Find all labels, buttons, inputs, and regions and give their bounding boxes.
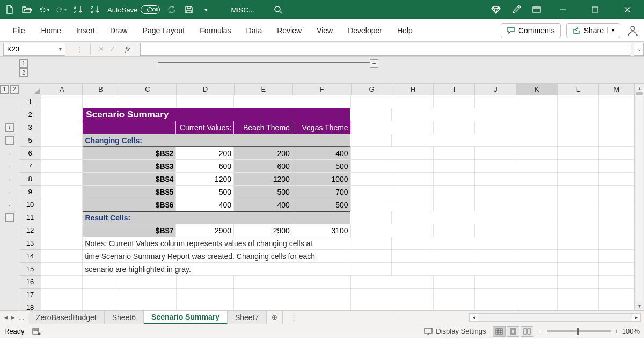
cell[interactable]: 400 <box>176 198 234 211</box>
pen-icon[interactable] <box>511 4 522 15</box>
open-icon[interactable] <box>21 4 32 15</box>
changing-cells-header[interactable]: Changing Cells: <box>83 134 350 147</box>
cell[interactable] <box>392 250 433 263</box>
formula-more-icon[interactable]: ⋮ <box>76 46 83 53</box>
cell[interactable]: 500 <box>292 160 351 173</box>
cell[interactable]: 1200 <box>176 173 234 186</box>
cell[interactable] <box>119 289 177 301</box>
column-header-B[interactable]: B <box>83 84 119 95</box>
column-header-G[interactable]: G <box>352 84 393 95</box>
cell[interactable] <box>392 121 434 134</box>
cell[interactable] <box>41 108 83 121</box>
cell[interactable] <box>599 173 634 186</box>
cell[interactable] <box>475 198 516 211</box>
cell[interactable]: 500 <box>292 198 351 211</box>
cell[interactable] <box>475 121 516 134</box>
document-title[interactable]: MISC... <box>228 5 257 15</box>
cell[interactable] <box>558 147 599 160</box>
cell[interactable] <box>433 134 474 147</box>
notes-line[interactable]: time Scenario Summary Report was created… <box>83 250 350 263</box>
cell[interactable] <box>516 95 558 108</box>
cell[interactable]: 500 <box>234 186 292 198</box>
cell[interactable] <box>558 121 599 134</box>
cell[interactable] <box>41 186 83 198</box>
cell[interactable] <box>434 224 475 237</box>
scroll-left-icon[interactable]: ◂ <box>470 314 478 320</box>
row-header-12[interactable]: 12 <box>19 224 41 237</box>
cell[interactable] <box>351 147 392 160</box>
cell[interactable] <box>599 186 634 198</box>
share-button[interactable]: Share ▾ <box>566 23 620 38</box>
cell[interactable] <box>234 289 292 301</box>
cell[interactable] <box>558 289 599 301</box>
name-box-caret-icon[interactable]: ▾ <box>59 46 62 52</box>
scenario-title[interactable]: Scenario Summary <box>83 108 350 121</box>
cell[interactable] <box>392 95 434 108</box>
cell[interactable] <box>83 95 119 108</box>
column-header-J[interactable]: J <box>475 84 516 95</box>
cell[interactable] <box>599 95 634 108</box>
sheet-nav-prev-icon[interactable]: ◂ <box>4 313 8 321</box>
hscroll-grip-icon[interactable]: ⋮ <box>286 313 302 321</box>
cell[interactable] <box>433 108 474 121</box>
row-outline-expand[interactable]: + <box>5 123 14 132</box>
cell[interactable] <box>41 276 83 289</box>
cell[interactable] <box>434 147 475 160</box>
cell[interactable]: $B$4 <box>83 173 176 186</box>
cell[interactable] <box>41 160 83 173</box>
tab-formulas[interactable]: Formulas <box>192 21 238 40</box>
row-header-8[interactable]: 8 <box>19 173 41 186</box>
cell[interactable] <box>558 263 599 276</box>
tab-developer[interactable]: Developer <box>340 21 390 40</box>
qat-more-icon[interactable]: ▾ <box>201 4 211 15</box>
column-header-M[interactable]: M <box>599 84 634 95</box>
cell[interactable] <box>516 224 558 237</box>
row-outline-level-2[interactable]: 2 <box>10 85 19 94</box>
cell[interactable] <box>599 263 634 276</box>
cell[interactable] <box>177 276 235 289</box>
cell[interactable] <box>434 160 475 173</box>
cell[interactable]: 200 <box>234 147 292 160</box>
cell[interactable] <box>475 186 516 198</box>
cell[interactable] <box>351 173 392 186</box>
cell[interactable] <box>177 301 235 310</box>
maximize-button[interactable] <box>584 0 606 19</box>
cell[interactable] <box>558 224 599 237</box>
cell[interactable] <box>516 186 558 198</box>
cell[interactable]: 700 <box>292 186 351 198</box>
tab-draw[interactable]: Draw <box>103 21 135 40</box>
tab-insert[interactable]: Insert <box>69 21 103 40</box>
cell[interactable] <box>351 276 392 289</box>
row-header-3[interactable]: 3 <box>19 121 41 134</box>
notes-line[interactable]: scenario are highlighted in gray. <box>83 263 350 276</box>
tab-data[interactable]: Data <box>239 21 270 40</box>
cell[interactable] <box>234 95 292 108</box>
cell[interactable] <box>434 289 475 301</box>
cell[interactable]: $B$6 <box>83 198 176 211</box>
cell[interactable] <box>41 211 83 224</box>
cell[interactable] <box>351 198 392 211</box>
cell[interactable] <box>516 147 558 160</box>
column-header-I[interactable]: I <box>434 84 475 95</box>
select-all-corner[interactable] <box>19 84 41 95</box>
cell[interactable] <box>433 211 474 224</box>
cell[interactable]: 200 <box>176 147 234 160</box>
cell[interactable]: $B$3 <box>83 160 176 173</box>
view-normal-button[interactable] <box>493 326 506 337</box>
cell[interactable] <box>516 173 558 186</box>
cell[interactable] <box>83 301 119 310</box>
cell[interactable] <box>434 173 475 186</box>
cell[interactable] <box>599 211 634 224</box>
cell[interactable] <box>177 95 235 108</box>
column-header-A[interactable]: A <box>41 84 83 95</box>
cell[interactable] <box>599 108 634 121</box>
sheet-nav-next-icon[interactable]: ▸ <box>11 313 15 321</box>
cell[interactable] <box>558 211 599 224</box>
autosave-toggle[interactable]: AutoSave Off <box>107 5 160 14</box>
column-header-L[interactable]: L <box>558 84 599 95</box>
row-outline-level-1[interactable]: 1 <box>0 85 9 94</box>
cell[interactable] <box>234 301 292 310</box>
cell[interactable] <box>599 250 634 263</box>
cell[interactable] <box>177 289 235 301</box>
cell[interactable] <box>392 186 434 198</box>
